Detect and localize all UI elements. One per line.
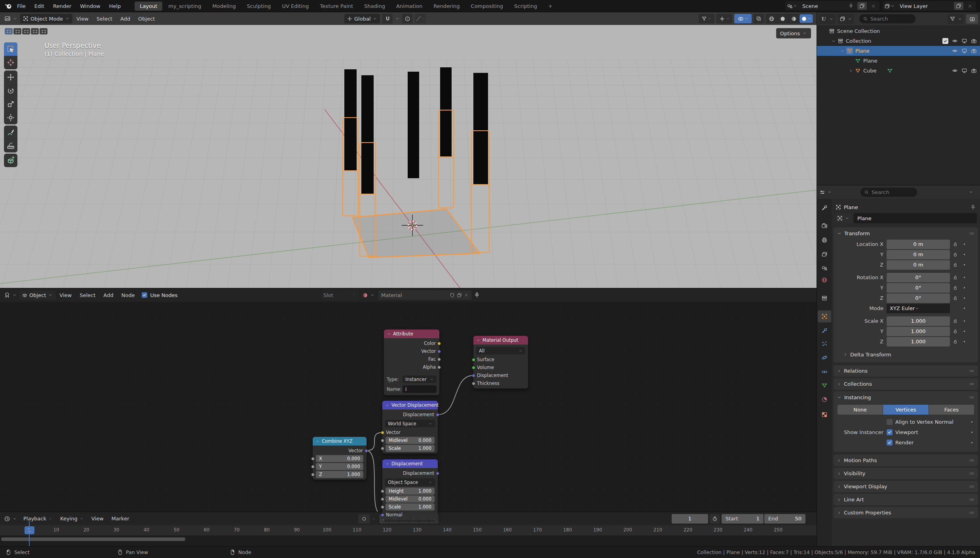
select-mode-subtract[interactable] bbox=[22, 28, 30, 34]
eye-toggle[interactable] bbox=[952, 38, 958, 44]
node-combine-xyz[interactable]: Combine XYZVectorX0.000Y0.000Z1.000 bbox=[313, 437, 367, 480]
value-field[interactable]: 0 m bbox=[887, 240, 950, 249]
node-displacement[interactable]: DisplacementDisplacementObject SpaceHeig… bbox=[382, 459, 438, 520]
pin-id-button[interactable] bbox=[970, 204, 976, 210]
node-header-material-output[interactable]: Material Output bbox=[473, 336, 528, 345]
eye-toggle[interactable] bbox=[952, 68, 958, 74]
transform-orientation-selector[interactable]: Global bbox=[344, 14, 380, 23]
animate-dot[interactable] bbox=[960, 329, 968, 333]
input-socket-volume[interactable] bbox=[472, 366, 475, 369]
node-header-attribute[interactable]: Attribute bbox=[384, 329, 439, 338]
delete-scene-button[interactable] bbox=[868, 2, 878, 10]
properties-tab-output[interactable] bbox=[818, 234, 831, 246]
object-name-field[interactable]: Plane bbox=[854, 213, 977, 223]
viewport-menu-add[interactable]: Add bbox=[116, 12, 134, 25]
expand-toggle[interactable] bbox=[831, 39, 836, 44]
input-socket-z[interactable] bbox=[311, 473, 315, 476]
node-dropdown[interactable]: World Space bbox=[385, 420, 435, 427]
timeline-ruler[interactable]: 1020304050607080901001101201301401501601… bbox=[0, 525, 817, 535]
menu-help[interactable]: Help bbox=[105, 0, 125, 12]
auto-keying-toggle[interactable] bbox=[358, 514, 370, 524]
animate-dot[interactable] bbox=[960, 319, 968, 323]
options-button[interactable]: Options bbox=[776, 28, 811, 38]
show-instancer-viewport-checkbox[interactable] bbox=[887, 429, 893, 435]
tool-transform[interactable] bbox=[4, 111, 17, 124]
instanced-cube-2[interactable] bbox=[408, 72, 419, 178]
workspace-tab-texture-paint[interactable]: Texture Paint bbox=[315, 2, 358, 11]
output-socket-color[interactable] bbox=[437, 342, 441, 345]
camera-toggle[interactable] bbox=[971, 48, 977, 54]
node-text-field[interactable]: i bbox=[403, 385, 437, 393]
timeline-menu-view[interactable]: View bbox=[87, 512, 108, 525]
panel-relations[interactable]: Relations bbox=[834, 365, 978, 377]
workspace-tab-my-scripting[interactable]: my_scripting bbox=[163, 2, 206, 11]
node-value-slider[interactable]: Y0.000 bbox=[316, 463, 363, 470]
viewport-menu-object[interactable]: Object bbox=[134, 12, 159, 25]
value-field[interactable]: 1.000 bbox=[887, 337, 950, 347]
gizmos-button[interactable] bbox=[716, 14, 732, 23]
node-dropdown[interactable]: All bbox=[476, 347, 525, 354]
instancing-option-vertices[interactable]: Vertices bbox=[883, 405, 928, 415]
node-attribute[interactable]: AttributeColorVectorFacAlphaType:Instanc… bbox=[384, 329, 439, 395]
properties-tab-material[interactable] bbox=[818, 394, 831, 406]
snap-toggle[interactable] bbox=[382, 14, 393, 23]
instanced-cube-1[interactable] bbox=[361, 75, 374, 194]
input-socket-surface[interactable] bbox=[472, 358, 475, 362]
blender-logo[interactable] bbox=[5, 2, 13, 10]
timeline-menu-marker[interactable]: Marker bbox=[108, 512, 133, 525]
panel-viewport-display[interactable]: Viewport Display bbox=[834, 481, 978, 492]
menu-edit[interactable]: Edit bbox=[30, 0, 49, 12]
frame-end-field[interactable]: End50 bbox=[764, 514, 805, 524]
checkbox-toggle[interactable] bbox=[942, 38, 948, 44]
shading-solid-button[interactable] bbox=[777, 14, 788, 23]
output-socket-vector[interactable] bbox=[437, 350, 441, 353]
timeline-menu-keying[interactable]: Keying bbox=[56, 512, 87, 525]
editor-type-button[interactable] bbox=[2, 290, 19, 300]
lock-button[interactable] bbox=[950, 295, 960, 301]
value-field[interactable]: 0° bbox=[887, 283, 950, 293]
transform-panel-header[interactable]: Transform bbox=[834, 227, 978, 239]
tool-move[interactable] bbox=[4, 70, 17, 84]
workspace-tab-uv-editing[interactable]: UV Editing bbox=[277, 2, 314, 11]
animate-dot[interactable] bbox=[960, 296, 968, 300]
select-mode-invert[interactable] bbox=[31, 28, 39, 34]
expand-toggle[interactable] bbox=[840, 49, 845, 53]
properties-tab-collection[interactable] bbox=[818, 292, 831, 304]
input-socket-scale[interactable] bbox=[381, 505, 384, 509]
frame-start-field[interactable]: Start1 bbox=[722, 514, 763, 524]
properties-tab-render[interactable] bbox=[818, 220, 831, 232]
slot-selector[interactable]: Slot bbox=[321, 290, 359, 300]
view-layer-name[interactable]: View Layer bbox=[896, 3, 952, 9]
proportional-editing-toggle[interactable] bbox=[402, 14, 412, 23]
output-socket-vector[interactable] bbox=[365, 449, 368, 453]
panel-line-art[interactable]: Line Art bbox=[834, 494, 978, 505]
monitor-toggle[interactable] bbox=[961, 48, 967, 54]
shader-editor[interactable]: ObjectViewSelectAddNodeUse NodesSlotMate… bbox=[0, 288, 817, 512]
lock-button[interactable] bbox=[950, 329, 960, 334]
properties-tab-modifiers[interactable] bbox=[818, 325, 831, 337]
node-menu-view[interactable]: View bbox=[55, 288, 76, 302]
input-socket-displacement[interactable] bbox=[472, 374, 475, 377]
display-mode-button[interactable] bbox=[838, 14, 854, 24]
outliner-row-cube[interactable]: Cube bbox=[817, 66, 980, 76]
node-vector-displacement[interactable]: Vector DisplacementDisplacementWorld Spa… bbox=[382, 401, 438, 453]
instanced-cube-4[interactable] bbox=[473, 73, 488, 185]
workspace-tab-shading[interactable]: Shading bbox=[359, 2, 390, 11]
object-visibility-button[interactable] bbox=[699, 14, 714, 23]
shading-wireframe-button[interactable] bbox=[766, 14, 777, 23]
use-nodes-toggle[interactable]: Use Nodes bbox=[142, 292, 177, 298]
properties-options-button[interactable] bbox=[966, 188, 976, 196]
lock-button[interactable] bbox=[950, 285, 960, 290]
menu-window[interactable]: Window bbox=[76, 0, 104, 12]
workspace-tab-layout[interactable]: Layout bbox=[135, 2, 162, 11]
properties-tab-view-layer[interactable] bbox=[818, 248, 831, 260]
panel-custom-properties[interactable]: Custom Properties bbox=[834, 507, 978, 518]
input-socket-y[interactable] bbox=[311, 465, 315, 468]
filter-button[interactable] bbox=[948, 14, 964, 24]
rotation-mode-dropdown[interactable]: XYZ Euler bbox=[887, 304, 950, 313]
instanced-cube-0[interactable] bbox=[344, 69, 357, 171]
properties-tab-data[interactable] bbox=[818, 379, 831, 391]
node-header-combine-xyz[interactable]: Combine XYZ bbox=[313, 437, 367, 446]
align-to-vertex-normal-checkbox[interactable] bbox=[887, 419, 893, 425]
value-field[interactable]: 0 m bbox=[887, 250, 950, 259]
